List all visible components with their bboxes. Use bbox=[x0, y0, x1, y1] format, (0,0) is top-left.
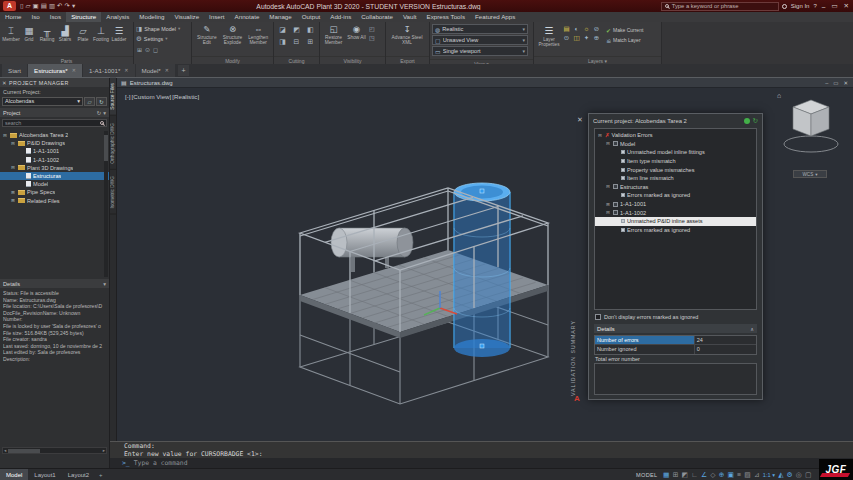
validation-tree-item-1-a1-1001[interactable]: ⊞1-A1-1001 bbox=[595, 200, 756, 209]
model-space-label[interactable]: MODEL bbox=[636, 472, 657, 478]
project-tree-item-p-id-drawings[interactable]: ⊟P&ID Drawings bbox=[0, 139, 109, 147]
structure-edit-button[interactable]: ✎Structure Edit bbox=[194, 23, 220, 45]
cut-plane-icon[interactable]: ◨ bbox=[276, 36, 289, 47]
tree-expander-icon[interactable]: ⊞ bbox=[11, 190, 16, 195]
workspace-dropdown-icon[interactable]: ▾ bbox=[71, 2, 76, 9]
isolate-objects-icon[interactable]: ◎ bbox=[796, 471, 802, 479]
tree-expander-icon[interactable]: ⊟ bbox=[11, 165, 16, 170]
open-project-button[interactable]: ▱ bbox=[84, 97, 95, 106]
file-tab-start[interactable]: Start bbox=[2, 64, 27, 77]
lineweight-icon[interactable]: ≡ bbox=[737, 471, 741, 478]
palette-horizontal-scrollbar[interactable]: ◂ ▸ bbox=[2, 447, 107, 454]
tree-expander-icon[interactable]: ⊟ bbox=[598, 133, 603, 138]
validation-tree-item-unmatched-p-id-inline-assets[interactable]: Unmatched P&ID inline assets bbox=[595, 217, 756, 226]
cutting-panel-label[interactable]: Cutting bbox=[274, 56, 319, 64]
settings-button[interactable]: ⚙Settings▾ bbox=[136, 34, 189, 43]
validation-tree-item-unmatched-model-inline-fittings[interactable]: Unmatched model inline fittings bbox=[595, 148, 756, 157]
layer-state-icon[interactable]: ▤ bbox=[562, 25, 571, 33]
isolate-member-icon[interactable]: ◳ bbox=[369, 34, 375, 42]
orientation-icon[interactable]: ⊙ bbox=[145, 46, 150, 53]
file-tab-model[interactable]: Model*✕ bbox=[136, 64, 175, 77]
layer-merge-icon[interactable]: ⊕ bbox=[592, 34, 601, 42]
command-input[interactable]: >_ Type a command bbox=[110, 458, 853, 468]
doc-close-icon[interactable]: ✕ bbox=[842, 80, 849, 86]
miter-cut-icon[interactable]: ◩ bbox=[290, 24, 303, 35]
visual-style-select[interactable]: ◍Realistic▾ bbox=[432, 24, 528, 34]
validation-tree-item-validation-errors[interactable]: ⊟✗Validation Errors bbox=[595, 131, 756, 140]
object-snap-icon[interactable]: ▣ bbox=[728, 471, 734, 479]
file-tab-1-a1-1001[interactable]: 1-A1-1001*✕ bbox=[83, 64, 135, 77]
project-tree-item-alcobendas-tarea-2[interactable]: ⊟Alcobendas Tarea 2 bbox=[0, 131, 109, 139]
workspace-gear-icon[interactable]: ⚙ bbox=[787, 471, 793, 479]
file-tab-close-icon[interactable]: ✕ bbox=[124, 64, 128, 77]
ribbon-tab-iso[interactable]: Iso bbox=[27, 12, 45, 22]
stat-row-number-of-errors[interactable]: Number of errors24 bbox=[595, 336, 756, 345]
sign-in-button[interactable]: Sign In bbox=[791, 3, 810, 9]
object-snap-tracking-icon[interactable]: ⊕ bbox=[719, 471, 725, 479]
shape-model-toggle[interactable]: ◨Shape Model▾ bbox=[136, 24, 189, 33]
layer-on-icon[interactable]: ☼ bbox=[582, 25, 591, 33]
stat-row-number-ignored[interactable]: Number ignored0 bbox=[595, 345, 756, 354]
tree-expander-icon[interactable]: ⊟ bbox=[606, 184, 611, 189]
new-tab-button[interactable]: + bbox=[178, 65, 189, 76]
project-tree-item-1-a1-1002[interactable]: 1-A1-1002 bbox=[0, 156, 109, 164]
layout-tab-layout1[interactable]: Layout1 bbox=[28, 469, 61, 480]
hide-member-icon[interactable]: ◰ bbox=[369, 25, 375, 33]
doc-restore-icon[interactable]: ▭ bbox=[832, 80, 839, 86]
viewcube-graphic[interactable] bbox=[781, 92, 841, 156]
redo-icon[interactable]: ↷ bbox=[64, 2, 71, 9]
export-panel-label[interactable]: Export bbox=[386, 56, 429, 64]
visual-style-controls-menu[interactable]: [Realistic] bbox=[172, 93, 199, 100]
checkbox-icon[interactable] bbox=[595, 314, 601, 320]
open-icon[interactable]: ▱ bbox=[25, 2, 32, 9]
ribbon-tab-analysis[interactable]: Analysis bbox=[101, 12, 134, 22]
palette-side-tab-source-files[interactable]: Source Files bbox=[110, 78, 116, 116]
project-tree-item-estructuras[interactable]: Estructuras bbox=[0, 172, 109, 180]
ribbon-tab-express-tools[interactable]: Express Tools bbox=[422, 12, 470, 22]
new-drawing-icon[interactable]: ▯ bbox=[19, 2, 25, 9]
railing-tool[interactable]: ╥Railing bbox=[38, 23, 56, 42]
palette-side-tab-isometric-dwg[interactable]: Isometric DWG bbox=[110, 171, 116, 215]
stairs-tool[interactable]: ▟Stairs bbox=[56, 23, 74, 42]
snap-settings-icon[interactable]: ◻ bbox=[153, 46, 158, 53]
save-icon[interactable]: ▣ bbox=[32, 2, 40, 9]
ribbon-tab-annotate[interactable]: Annotate bbox=[230, 12, 265, 22]
refresh-validation-icon[interactable]: ↻ bbox=[753, 117, 758, 125]
validation-tree-item-model[interactable]: ⊟Model bbox=[595, 140, 756, 149]
tree-expander-icon[interactable]: ⊟ bbox=[11, 141, 16, 146]
palette-close-icon[interactable]: ✕ bbox=[2, 80, 7, 86]
clean-screen-icon[interactable]: ▢ bbox=[805, 471, 811, 479]
layer-freeze-icon[interactable]: ⊘ bbox=[592, 25, 601, 33]
scroll-left-icon[interactable]: ◂ bbox=[4, 448, 6, 453]
file-tab-close-icon[interactable]: ✕ bbox=[72, 64, 76, 77]
dynamic-ucs-icon[interactable]: ⊿ bbox=[754, 471, 760, 479]
viewport-config-select[interactable]: ▭Single viewport▾ bbox=[432, 46, 528, 56]
ribbon-tab-add-ins[interactable]: Add-ins bbox=[325, 12, 356, 22]
layer-off-icon[interactable]: ◐ bbox=[572, 25, 581, 33]
hide-ignored-checkbox[interactable]: Don't display errors marked as ignored bbox=[595, 314, 698, 320]
parts-panel-label[interactable]: Parts bbox=[0, 56, 133, 64]
help-button[interactable]: ? bbox=[813, 3, 816, 9]
layer-lock-icon[interactable]: ⊙ bbox=[562, 34, 571, 42]
project-tree-item-pipe-specs[interactable]: ⊞Pipe Specs bbox=[0, 188, 109, 196]
refresh-project-button[interactable]: ↻ bbox=[96, 97, 107, 106]
grid-tool[interactable]: ▦Grid bbox=[20, 23, 38, 42]
footing-tool[interactable]: ⊥Footing bbox=[92, 23, 110, 42]
cope-cut-icon[interactable]: ◧ bbox=[304, 24, 317, 35]
undo-icon[interactable]: ↶ bbox=[56, 2, 63, 9]
validation-tree-item-errors-marked-as-ignored[interactable]: Errors marked as ignored bbox=[595, 226, 756, 235]
scroll-right-icon[interactable]: ▸ bbox=[103, 448, 105, 453]
visibility-panel-label[interactable]: Visibility bbox=[320, 56, 385, 64]
drawing-canvas[interactable]: ▤ Estructuras.dwg – ▭ ✕ [-][Custom View]… bbox=[117, 78, 853, 441]
tree-expander-icon[interactable]: ⊞ bbox=[11, 198, 16, 203]
viewport-controls-menu[interactable]: [-] bbox=[125, 93, 131, 100]
save-as-icon[interactable]: ▤ bbox=[40, 2, 48, 9]
annotation-scale-label[interactable]: 1:1 ▾ bbox=[763, 472, 775, 478]
grid-icon[interactable]: ▦ bbox=[663, 471, 669, 479]
lengthen-member-button[interactable]: ⇔Lengthen Member bbox=[245, 23, 271, 45]
project-tree-item-1-a1-1001[interactable]: 1-A1-1001 bbox=[0, 147, 109, 155]
view-controls-menu[interactable]: [Custom View] bbox=[132, 93, 172, 100]
layout-tab-model[interactable]: Model bbox=[0, 469, 28, 480]
file-tab-estructuras[interactable]: Estructuras*✕ bbox=[28, 64, 82, 77]
details-collapse-icon[interactable]: ▾ bbox=[103, 281, 106, 287]
